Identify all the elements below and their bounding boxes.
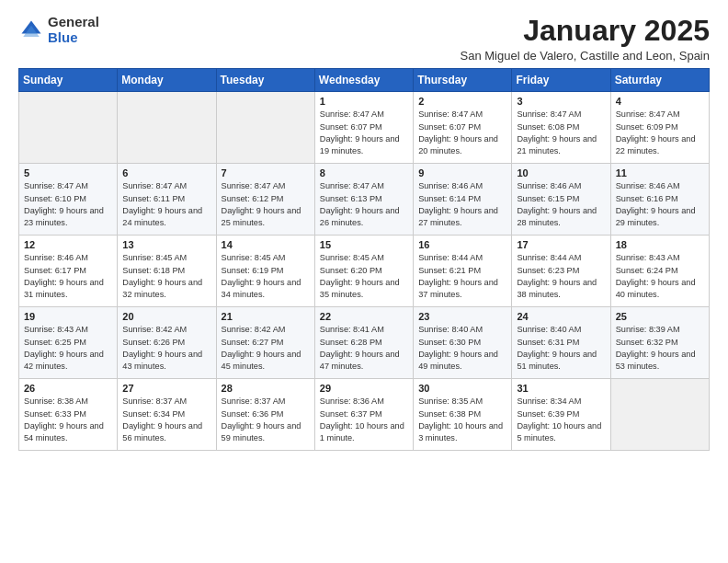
day-number: 27 <box>122 383 210 394</box>
day-cell: 21Sunrise: 8:42 AMSunset: 6:27 PMDayligh… <box>216 307 314 379</box>
day-number: 28 <box>222 383 310 394</box>
day-cell: 22Sunrise: 8:41 AMSunset: 6:28 PMDayligh… <box>314 307 413 379</box>
day-cell: 20Sunrise: 8:42 AMSunset: 6:26 PMDayligh… <box>118 307 216 379</box>
day-cell: 30Sunrise: 8:35 AMSunset: 6:38 PMDayligh… <box>414 379 512 451</box>
day-number: 26 <box>24 383 112 394</box>
day-number: 25 <box>616 311 704 322</box>
day-number: 6 <box>122 167 210 178</box>
month-title: January 2025 <box>461 15 711 47</box>
logo-general: General <box>48 15 99 30</box>
day-cell: 17Sunrise: 8:44 AMSunset: 6:23 PMDayligh… <box>512 236 610 307</box>
day-cell: 9Sunrise: 8:46 AMSunset: 6:14 PMDaylight… <box>414 164 512 236</box>
day-number: 2 <box>418 96 506 107</box>
day-info: Sunrise: 8:47 AMSunset: 6:09 PMDaylight:… <box>616 109 704 157</box>
day-number: 20 <box>122 311 210 322</box>
page: General Blue January 2025 San Miguel de … <box>0 0 728 460</box>
day-number: 23 <box>418 311 506 322</box>
subtitle: San Miguel de Valero, Castille and Leon,… <box>461 49 711 63</box>
day-info: Sunrise: 8:40 AMSunset: 6:30 PMDaylight:… <box>418 324 506 373</box>
day-info: Sunrise: 8:37 AMSunset: 6:36 PMDaylight:… <box>222 396 310 444</box>
day-info: Sunrise: 8:39 AMSunset: 6:32 PMDaylight:… <box>616 324 704 373</box>
day-cell: 27Sunrise: 8:37 AMSunset: 6:34 PMDayligh… <box>118 379 216 451</box>
title-block: January 2025 San Miguel de Valero, Casti… <box>461 15 711 63</box>
day-number: 31 <box>517 383 605 394</box>
day-number: 18 <box>616 239 704 250</box>
header: General Blue January 2025 San Miguel de … <box>18 15 710 63</box>
day-info: Sunrise: 8:46 AMSunset: 6:14 PMDaylight:… <box>418 180 506 229</box>
day-cell: 15Sunrise: 8:45 AMSunset: 6:20 PMDayligh… <box>314 236 413 307</box>
day-cell: 14Sunrise: 8:45 AMSunset: 6:19 PMDayligh… <box>216 236 314 307</box>
day-cell: 26Sunrise: 8:38 AMSunset: 6:33 PMDayligh… <box>19 379 118 451</box>
day-cell: 10Sunrise: 8:46 AMSunset: 6:15 PMDayligh… <box>512 164 610 236</box>
day-number: 21 <box>222 311 310 322</box>
day-number: 17 <box>517 239 605 250</box>
day-number: 22 <box>320 311 408 322</box>
day-info: Sunrise: 8:46 AMSunset: 6:15 PMDaylight:… <box>517 180 605 229</box>
day-number: 11 <box>616 167 704 178</box>
day-cell: 5Sunrise: 8:47 AMSunset: 6:10 PMDaylight… <box>19 164 118 236</box>
day-info: Sunrise: 8:47 AMSunset: 6:12 PMDaylight:… <box>222 180 310 229</box>
col-header-wednesday: Wednesday <box>314 69 413 92</box>
day-number: 29 <box>320 383 408 394</box>
day-info: Sunrise: 8:44 AMSunset: 6:21 PMDaylight:… <box>418 252 506 301</box>
day-info: Sunrise: 8:47 AMSunset: 6:08 PMDaylight:… <box>517 109 605 157</box>
day-cell: 19Sunrise: 8:43 AMSunset: 6:25 PMDayligh… <box>19 307 118 379</box>
day-info: Sunrise: 8:42 AMSunset: 6:27 PMDaylight:… <box>222 324 310 373</box>
day-info: Sunrise: 8:43 AMSunset: 6:25 PMDaylight:… <box>24 324 112 373</box>
col-header-saturday: Saturday <box>610 69 709 92</box>
day-cell <box>610 379 709 451</box>
day-number: 14 <box>222 239 310 250</box>
day-info: Sunrise: 8:34 AMSunset: 6:39 PMDaylight:… <box>517 396 605 444</box>
calendar-table: SundayMondayTuesdayWednesdayThursdayFrid… <box>18 68 710 451</box>
day-cell: 31Sunrise: 8:34 AMSunset: 6:39 PMDayligh… <box>512 379 610 451</box>
day-info: Sunrise: 8:41 AMSunset: 6:28 PMDaylight:… <box>320 324 408 373</box>
logo-text: General Blue <box>48 15 99 45</box>
day-cell: 24Sunrise: 8:40 AMSunset: 6:31 PMDayligh… <box>512 307 610 379</box>
day-cell: 13Sunrise: 8:45 AMSunset: 6:18 PMDayligh… <box>118 236 216 307</box>
day-cell: 23Sunrise: 8:40 AMSunset: 6:30 PMDayligh… <box>414 307 512 379</box>
day-info: Sunrise: 8:44 AMSunset: 6:23 PMDaylight:… <box>517 252 605 301</box>
day-info: Sunrise: 8:46 AMSunset: 6:17 PMDaylight:… <box>24 252 112 301</box>
day-number: 8 <box>320 167 408 178</box>
week-row-4: 26Sunrise: 8:38 AMSunset: 6:33 PMDayligh… <box>19 379 710 451</box>
day-number: 4 <box>616 96 704 107</box>
col-header-thursday: Thursday <box>414 69 512 92</box>
week-row-0: 1Sunrise: 8:47 AMSunset: 6:07 PMDaylight… <box>19 92 710 164</box>
day-number: 9 <box>418 167 506 178</box>
day-cell: 2Sunrise: 8:47 AMSunset: 6:07 PMDaylight… <box>414 92 512 164</box>
col-header-friday: Friday <box>512 69 610 92</box>
header-row: SundayMondayTuesdayWednesdayThursdayFrid… <box>19 69 710 92</box>
day-info: Sunrise: 8:35 AMSunset: 6:38 PMDaylight:… <box>418 396 506 444</box>
day-cell: 6Sunrise: 8:47 AMSunset: 6:11 PMDaylight… <box>118 164 216 236</box>
logo-icon <box>18 17 44 43</box>
day-cell <box>19 92 118 164</box>
day-info: Sunrise: 8:42 AMSunset: 6:26 PMDaylight:… <box>122 324 210 373</box>
col-header-sunday: Sunday <box>19 69 118 92</box>
day-cell: 3Sunrise: 8:47 AMSunset: 6:08 PMDaylight… <box>512 92 610 164</box>
day-info: Sunrise: 8:40 AMSunset: 6:31 PMDaylight:… <box>517 324 605 373</box>
day-number: 7 <box>222 167 310 178</box>
day-number: 13 <box>122 239 210 250</box>
day-number: 30 <box>418 383 506 394</box>
day-info: Sunrise: 8:37 AMSunset: 6:34 PMDaylight:… <box>122 396 210 444</box>
col-header-monday: Monday <box>118 69 216 92</box>
day-number: 12 <box>24 239 112 250</box>
week-row-1: 5Sunrise: 8:47 AMSunset: 6:10 PMDaylight… <box>19 164 710 236</box>
day-info: Sunrise: 8:47 AMSunset: 6:11 PMDaylight:… <box>122 180 210 229</box>
day-cell: 28Sunrise: 8:37 AMSunset: 6:36 PMDayligh… <box>216 379 314 451</box>
day-cell <box>118 92 216 164</box>
day-info: Sunrise: 8:47 AMSunset: 6:07 PMDaylight:… <box>320 109 408 157</box>
day-info: Sunrise: 8:38 AMSunset: 6:33 PMDaylight:… <box>24 396 112 444</box>
day-cell: 29Sunrise: 8:36 AMSunset: 6:37 PMDayligh… <box>314 379 413 451</box>
day-cell: 12Sunrise: 8:46 AMSunset: 6:17 PMDayligh… <box>19 236 118 307</box>
day-info: Sunrise: 8:36 AMSunset: 6:37 PMDaylight:… <box>320 396 408 444</box>
day-info: Sunrise: 8:43 AMSunset: 6:24 PMDaylight:… <box>616 252 704 301</box>
day-cell: 8Sunrise: 8:47 AMSunset: 6:13 PMDaylight… <box>314 164 413 236</box>
week-row-2: 12Sunrise: 8:46 AMSunset: 6:17 PMDayligh… <box>19 236 710 307</box>
day-cell: 1Sunrise: 8:47 AMSunset: 6:07 PMDaylight… <box>314 92 413 164</box>
day-cell: 18Sunrise: 8:43 AMSunset: 6:24 PMDayligh… <box>610 236 709 307</box>
day-info: Sunrise: 8:45 AMSunset: 6:18 PMDaylight:… <box>122 252 210 301</box>
day-info: Sunrise: 8:45 AMSunset: 6:20 PMDaylight:… <box>320 252 408 301</box>
day-number: 1 <box>320 96 408 107</box>
logo-blue: Blue <box>48 30 99 46</box>
